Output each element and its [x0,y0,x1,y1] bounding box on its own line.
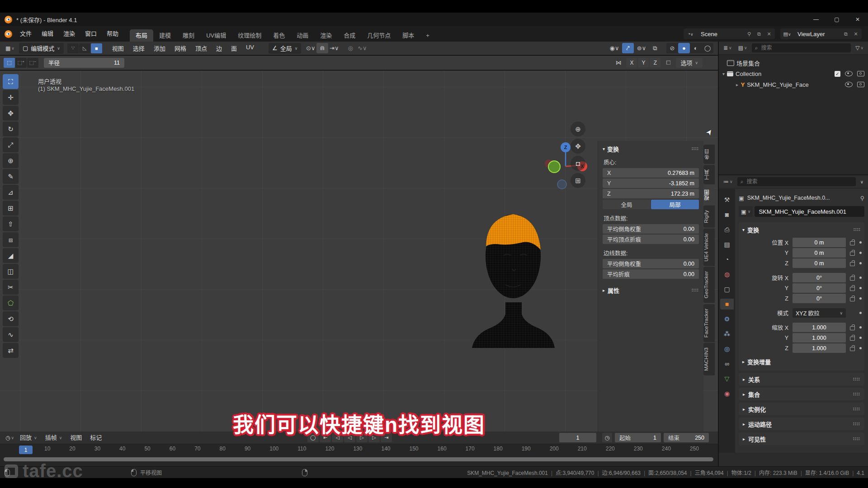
menu-item[interactable]: 帮助 [102,26,123,42]
tab-modifier-properties[interactable]: ⚙ [720,314,734,324]
tab-constraint-properties[interactable]: ∞ [720,358,734,369]
tab-particle-properties[interactable]: ⁂ [720,328,734,339]
workspace-tab[interactable]: 建模 [153,29,177,42]
shading-rendered-icon[interactable]: ◯ [702,43,713,53]
snapping-magnet-icon[interactable]: ⋒ [316,43,328,53]
transform-panel-header[interactable]: ▾ 变换 ∷∷ [603,145,699,153]
tool-rip[interactable]: ⇄ [3,343,19,358]
pivot-point-icon[interactable]: ⊙∨ [305,43,316,53]
snap-with-icon[interactable]: ⇥∨ [328,43,340,53]
rotation-mode-dropdown[interactable]: XYZ 欧拉 ∨ [793,308,846,318]
disable-render-icon[interactable] [857,82,864,87]
scale-field[interactable]: 1.000 [793,343,846,353]
properties-editor-icon[interactable]: ≔∨ [722,176,735,187]
filter-icon[interactable]: ▽∨ [854,42,865,53]
tool-bevel[interactable]: ◢ [3,248,19,263]
maximize-button[interactable]: ▢ [826,13,847,26]
edge-data-field[interactable]: 平均倒角权重 0.00 [603,259,699,268]
menu-item[interactable]: 编辑 [37,26,58,42]
sidebar-tab-facetracker[interactable]: FaceTracker [703,304,715,342]
tool-extrude[interactable]: ⇧ [3,216,19,231]
viewlayer-icon[interactable]: ▤∨ [781,31,793,37]
global-button[interactable]: 全局 [603,200,651,209]
tab-collection-properties[interactable]: ▢ [720,284,734,295]
tab-render-properties[interactable]: ◙ [720,209,734,220]
animate-dot-icon[interactable] [859,262,862,264]
delta-transform-header[interactable]: ▸ 变换增量 [742,357,861,366]
outliner-editor-icon[interactable]: ≣∨ [722,42,734,53]
rotation-field[interactable]: 0° [793,273,846,282]
viewport-menu-item[interactable]: 顶点 [191,44,212,52]
lock-icon[interactable] [850,241,855,245]
tab-view-layer-properties[interactable]: ▤ [720,239,734,250]
properties-search[interactable]: ⌕ [737,177,856,186]
edge-data-field[interactable]: 平均折痕 0.00 [603,269,699,279]
mirror-axis-button[interactable]: Y [638,58,649,67]
lock-icon[interactable] [850,277,855,281]
mode-dropdown[interactable]: ▢ 编辑模式 ∨ [19,43,64,54]
viewport-menu-item[interactable]: UV [241,44,259,52]
tab-object-properties[interactable]: ■ [720,299,734,310]
workspace-tab[interactable]: 脚本 [396,29,420,42]
face-select-icon[interactable]: ■ [91,43,102,53]
location-field[interactable]: 0 m [793,238,846,247]
menu-item[interactable]: 渲染 [58,26,80,42]
scrollbar-thumb[interactable] [4,457,713,461]
scene-icon[interactable]: ◔∨ [684,31,696,37]
drag-dots-icon[interactable]: ∷∷ [692,146,699,151]
properties-options-icon[interactable]: ∨ [859,176,865,187]
tool-inset-faces[interactable]: ⧈ [3,232,19,247]
properties-search-input[interactable] [746,178,853,185]
scale-field[interactable]: 1.000 [793,323,846,332]
lock-icon[interactable] [850,262,855,266]
sidebar-tab-geotracker[interactable]: GeoTracker [703,267,715,303]
outliner-search-input[interactable] [760,44,848,52]
toggle-xray-icon[interactable]: ⧉ [649,43,661,53]
animate-dot-icon[interactable] [859,297,862,300]
workspace-tab[interactable]: 布局 [130,29,153,42]
properties-section[interactable]: ▸ 实例化 ∷∷ [739,403,864,415]
viewlayer-name[interactable]: ViewLayer [793,31,841,38]
animate-dot-icon[interactable] [859,287,862,289]
shading-wireframe-icon[interactable]: ⊘ [666,43,678,53]
add-workspace-button[interactable]: + [420,29,435,42]
rotation-field[interactable]: 0° [793,283,846,293]
show-overlays-icon[interactable]: ⊚∨ [636,43,647,53]
radius-field[interactable]: 半径 11 [44,58,124,68]
animate-dot-icon[interactable] [859,277,862,279]
animate-dot-icon[interactable] [859,312,862,314]
sidebar-tab-machin3[interactable]: MACHIN3 [703,343,715,375]
remove-viewlayer-icon[interactable]: ✕ [851,31,861,37]
properties-section[interactable]: ▸ 可见性 ∷∷ [739,432,864,445]
select-extend-icon[interactable]: ⬚⁺ [15,58,27,68]
falloff-icon[interactable]: ∿∨ [356,43,368,53]
snap-base-icon[interactable]: ⧠ [662,57,674,68]
sidebar-tab-view[interactable]: 视图 [703,185,715,205]
zoom-icon[interactable]: ⊕ [571,122,585,136]
animate-dot-icon[interactable] [859,337,862,339]
tool-cursor[interactable]: ✛ [3,90,19,105]
edge-select-icon[interactable]: ◺ [79,43,90,53]
pin-icon[interactable]: ⚲ [744,31,754,37]
vertex-data-field[interactable]: 平均倒角权重 0.00 [603,224,699,234]
tool-annotate[interactable]: ✎ [3,169,19,184]
tab-physics-properties[interactable]: ◎ [720,343,734,354]
collection-row[interactable]: ▾ Collection ✓ [721,68,866,79]
tab-world-properties[interactable]: ◍ [720,269,734,280]
proportional-editing-icon[interactable]: ◎ [344,43,356,53]
sidebar-tab-tool[interactable]: 工具 [703,165,715,184]
vertex-data-field[interactable]: 平均顶点折痕 0.00 [603,235,699,244]
disable-render-icon[interactable] [857,71,864,76]
median-value-field[interactable]: Y -3.1852 m [603,178,699,188]
animate-dot-icon[interactable] [859,326,862,328]
viewport-menu-item[interactable]: 视图 [108,44,128,52]
lock-icon[interactable] [850,337,855,341]
viewport-menu-item[interactable]: 选择 [128,44,149,52]
sidebar-tab-ue4-vehicle[interactable]: UE4 Vehicle [703,229,715,266]
blender-menu-icon[interactable] [5,30,12,38]
vertex-select-icon[interactable]: ∵ [67,43,79,53]
scene-collection-row[interactable]: 场景集合 [721,57,866,68]
timeline-scrollbar[interactable] [0,456,718,463]
location-field[interactable]: 0 m [793,258,846,268]
tab-scene-properties[interactable]: ◔ [720,254,734,265]
